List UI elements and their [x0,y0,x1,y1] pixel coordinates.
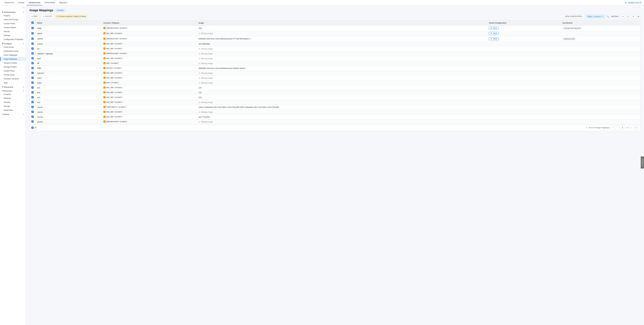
sidebar-item-networks[interactable]: Networks [0,96,26,100]
feedback-tab[interactable]: FEEDBACK [641,156,644,168]
next-page-button[interactable]: › [630,126,634,130]
row-cloud-config [487,76,560,81]
administration-icon: ⚙ [2,11,3,13]
row-checkbox[interactable] [32,57,34,59]
filter-tag-close[interactable]: ✕ [602,16,603,18]
row-checkbox[interactable] [32,48,34,50]
row-checkbox[interactable] [32,111,34,113]
page-number-input[interactable] [620,126,625,130]
sidebar-item-cloud-zones[interactable]: Cloud Zones [0,45,26,49]
row-checkbox-cell [30,66,36,71]
row-constraint [560,51,640,56]
row-cloud-config [487,81,560,85]
clear-filter-button[interactable]: ✕ [621,15,625,19]
row-checkbox[interactable] [32,82,34,84]
search-button[interactable]: 🔍 [606,15,610,19]
row-checkbox[interactable] [32,116,34,118]
view-cloud-config-button[interactable]: 👁 VIEW [489,32,499,35]
row-constraint [560,61,640,66]
sidebar-item-kubernetes-zones[interactable]: Kubernetes Zones [0,49,26,53]
row-checkbox[interactable] [32,101,34,103]
row-checkbox[interactable] [32,86,34,89]
prev-page-button[interactable]: ‹ [615,126,619,130]
edit-button[interactable]: ✏ EDIT [30,15,40,19]
row-account: aws_akk / us-east-1 [102,115,197,119]
row-checkbox[interactable] [32,27,34,29]
sidebar-item-cluster-plans[interactable]: Cluster Plans [0,69,26,73]
warning-icon: ⚠ [198,33,200,35]
sidebar-section-header-administration[interactable]: ⚙ Administration ▾ [0,10,26,14]
sidebar-item-custom-names[interactable]: Custom Names [0,26,26,30]
sidebar-item-config-props[interactable]: Configuration Properties [0,38,26,41]
nav-item-resources[interactable]: Resources [2,0,16,5]
footer-checkbox[interactable] [32,127,34,129]
row-checkbox[interactable] [32,38,34,40]
row-checkbox[interactable] [32,91,34,93]
row-checkbox[interactable] [32,43,34,45]
last-page-button[interactable]: » [634,126,638,130]
aws-icon [104,48,106,50]
delete-button[interactable]: ✕ DELETE [41,15,54,19]
sidebar-collapse-button[interactable]: « [23,7,24,9]
row-checkbox[interactable] [32,106,34,108]
sidebar-item-users-groups[interactable]: Users and Groups [0,18,26,22]
row-cloud-config [487,66,560,71]
account-text: aws_akk / us-east-1 [106,57,122,59]
row-cloud-config [487,42,560,46]
nav-item-design[interactable]: Design [16,0,26,5]
aws-icon [104,96,106,98]
warning-icon: ⚠ [198,111,200,113]
row-checkbox[interactable] [32,62,34,64]
view-ungrouped-button[interactable]: VIEW UNGROUPED ▾ [563,15,585,19]
nav-item-infrastructure[interactable]: Infrastructure [26,0,42,5]
resources-chevron: ▾ [23,90,24,92]
sidebar-item-settings[interactable]: Settings [0,34,26,38]
row-checkbox[interactable] [32,121,34,123]
select-all-checkbox[interactable] [32,22,34,24]
sidebar-item-storage[interactable]: Storage [0,104,26,108]
row-name: petko [36,76,102,81]
sidebar-item-flavor-mappings[interactable]: Flavor Mappings [0,53,26,57]
nav-item-extensibility[interactable]: Extensibility [42,0,57,5]
row-checkbox[interactable] [32,77,34,79]
row-checkbox[interactable] [32,52,34,55]
sidebar-item-compute[interactable]: Compute [0,92,26,96]
add-filter-label[interactable]: Add filter... [611,15,620,18]
sidebar-item-pricing-cards[interactable]: Pricing Cards [0,73,26,77]
sidebar-item-security[interactable]: Security [0,100,26,104]
row-checkbox[interactable] [32,96,34,98]
row-image: new [197,26,487,31]
sidebar-item-storage-profiles[interactable]: Storage Profiles [0,65,26,69]
warning-icon: ⚠ [198,57,200,60]
row-checkbox[interactable] [32,67,34,69]
row-constraint [560,81,640,85]
first-page-button[interactable]: « [610,126,614,130]
row-image: ⚠Missing image [197,46,487,51]
sidebar-section-header-resources[interactable]: ◻ Resources ▾ [0,89,26,92]
sidebar-item-network-profiles[interactable]: Network Profiles [0,61,26,65]
guided-setup-button[interactable]: ☰ GUIDED SETUP [625,2,642,4]
row-checkbox[interactable] [32,32,34,34]
view-cloud-config-button[interactable]: 👁 VIEW [489,37,499,40]
sidebar-item-terraform-versions[interactable]: Terraform Versions [0,77,26,81]
row-constraint [560,105,640,110]
administration-chevron: ▾ [23,11,24,13]
view-cloud-config-button[interactable]: 👁 VIEW [489,27,499,30]
grid-view-button[interactable]: ⊞ [636,15,640,19]
sidebar-section-header-activity[interactable]: ≡ Activity ▸ [0,112,26,116]
aws-icon [104,67,106,69]
sidebar-item-tags[interactable]: Tags [0,81,26,85]
sidebar-item-custom-roles[interactable]: Custom Roles [0,22,26,26]
refresh-button[interactable]: ↻ [631,15,635,19]
row-checkbox[interactable] [32,72,34,74]
sidebar-section-header-onboarding[interactable]: ⬆ Onboarding ▸ [0,85,26,89]
select-all-link[interactable]: Select 24 items [74,15,86,18]
sidebar-item-secrets[interactable]: Secrets [0,30,26,34]
sidebar-section-header-configure[interactable]: ⚙ Configure ▾ [0,41,26,45]
sidebar-item-image-mappings[interactable]: Image Mappings [0,57,26,61]
sidebar-item-kubernetes[interactable]: Kubernetes [0,108,26,112]
nav-item-migration[interactable]: Migration [57,0,70,5]
sidebar-item-projects[interactable]: Projects [0,14,26,18]
info-button[interactable]: ℹ [626,15,630,19]
aws-icon [104,38,106,40]
